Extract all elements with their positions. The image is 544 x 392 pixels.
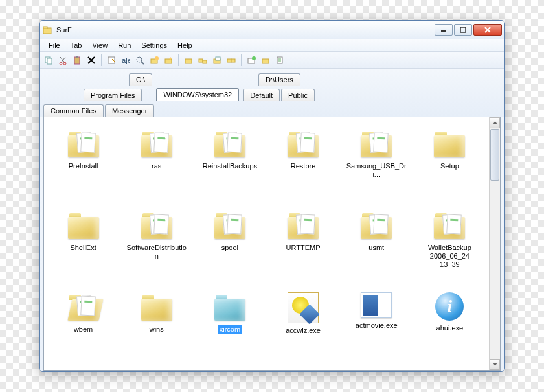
rename-icon[interactable]: a|e — [119, 54, 132, 67]
svg-rect-16 — [165, 59, 172, 63]
svg-rect-5 — [47, 58, 52, 64]
tab-program-files[interactable]: Program Files — [84, 89, 142, 101]
file-item[interactable]: Restore — [266, 124, 339, 205]
file-label: ras — [150, 161, 163, 171]
menu-help[interactable]: Help — [172, 40, 198, 51]
file-label: Restore — [289, 161, 318, 171]
app-window: SurF File Tab View Run Settings Help a|e — [39, 20, 505, 372]
scrollbar[interactable] — [489, 117, 500, 370]
file-label: ReinstallBackups — [201, 161, 259, 171]
folder-icon — [212, 292, 248, 322]
paste-icon[interactable] — [71, 54, 84, 67]
toolbar-separator — [101, 54, 102, 66]
file-label: PreInstall — [67, 161, 100, 171]
menu-tab[interactable]: Tab — [65, 40, 87, 51]
folder-icon — [139, 292, 175, 322]
scroll-thumb[interactable] — [490, 129, 499, 181]
toolbar-separator — [178, 54, 179, 66]
file-item[interactable]: URTTEMP — [266, 205, 339, 287]
file-label: ahui.exe — [435, 323, 466, 333]
svg-line-13 — [141, 62, 144, 64]
tab-windows-system32[interactable]: WINDOWS\system32 — [156, 88, 239, 101]
delete-icon[interactable] — [85, 54, 98, 67]
svg-rect-21 — [216, 57, 220, 60]
folder-icon — [65, 211, 102, 240]
favorites-icon[interactable] — [245, 54, 258, 67]
close-button[interactable] — [473, 24, 502, 36]
file-item[interactable]: SoftwareDistribution — [120, 205, 193, 287]
folder-icon — [431, 211, 468, 240]
minimize-button[interactable] — [435, 24, 453, 36]
file-item[interactable]: ras — [120, 124, 193, 205]
tab-row-1: Program Files WINDOWS\system32 Default P… — [43, 87, 501, 101]
toolbar-separator — [241, 54, 242, 66]
svg-point-25 — [252, 56, 256, 60]
menu-view[interactable]: View — [87, 40, 113, 51]
new-folder-icon[interactable] — [148, 54, 161, 67]
tab-d-users[interactable]: D:\Users — [258, 73, 300, 86]
file-item[interactable]: WalletBackup 2006_06_24 13_39 — [413, 205, 486, 287]
svg-rect-26 — [262, 59, 269, 63]
file-item[interactable]: xircom — [193, 287, 266, 369]
copy-path-icon[interactable] — [210, 54, 223, 67]
info-icon — [435, 292, 464, 321]
file-item[interactable]: ReinstallBackups — [193, 124, 266, 205]
file-item[interactable]: Samsung_USB_Dri... — [340, 124, 413, 205]
file-item[interactable]: ahui.exe — [413, 287, 486, 369]
properties-icon[interactable] — [105, 54, 118, 67]
file-item[interactable]: spool — [193, 205, 266, 287]
file-item[interactable]: wbem — [47, 287, 120, 369]
file-grid[interactable]: PreInstallrasReinstallBackupsRestoreSams… — [44, 117, 489, 370]
folder-icon — [212, 129, 248, 159]
menu-run[interactable]: Run — [113, 40, 136, 51]
file-label: wbem — [72, 325, 95, 334]
file-label: SoftwareDistribution — [124, 243, 189, 261]
titlebar[interactable]: SurF — [40, 21, 504, 39]
svg-rect-9 — [76, 56, 78, 58]
file-item[interactable]: usmt — [340, 205, 413, 287]
folder-icon — [358, 129, 394, 159]
scroll-down-button[interactable] — [490, 359, 500, 370]
maximize-button[interactable] — [454, 24, 472, 36]
svg-rect-22 — [227, 59, 231, 62]
file-item[interactable]: PreInstall — [47, 124, 120, 205]
file-label: xircom — [218, 325, 242, 334]
svg-rect-27 — [277, 57, 282, 63]
folder-icon — [431, 129, 468, 159]
file-label: accwiz.exe — [284, 326, 323, 336]
cut-icon[interactable] — [56, 54, 69, 67]
clipboard-icon[interactable] — [259, 54, 272, 67]
tab-default[interactable]: Default — [243, 89, 280, 101]
copy-icon[interactable] — [42, 54, 55, 67]
folder-icon — [212, 211, 248, 240]
tab-c-drive[interactable]: C:\ — [129, 73, 152, 86]
file-item[interactable]: actmovie.exe — [340, 287, 413, 369]
tab-messenger[interactable]: Messenger — [105, 104, 154, 117]
refresh-icon[interactable] — [225, 54, 238, 67]
tab-common-files[interactable]: Common Files — [43, 104, 104, 117]
tab-public[interactable]: Public — [281, 89, 315, 101]
file-label: actmovie.exe — [354, 321, 400, 330]
menu-settings[interactable]: Settings — [136, 40, 172, 51]
file-item[interactable]: Setup — [413, 124, 486, 205]
folder-icon — [65, 292, 102, 322]
scroll-up-button[interactable] — [490, 117, 500, 128]
folder-tree-icon[interactable] — [196, 54, 209, 67]
menu-file[interactable]: File — [43, 40, 65, 51]
file-item[interactable]: wins — [120, 287, 193, 369]
folder-up-icon[interactable] — [182, 54, 195, 67]
file-item[interactable]: ShellExt — [47, 205, 120, 287]
file-item[interactable]: accwiz.exe — [266, 287, 339, 369]
window-title: SurF — [56, 26, 433, 34]
search-icon[interactable] — [133, 54, 146, 67]
svg-rect-1 — [43, 27, 47, 29]
new-file-icon[interactable] — [162, 54, 175, 67]
folder-icon — [285, 129, 321, 159]
options-icon[interactable] — [273, 54, 286, 67]
file-label: Setup — [438, 161, 461, 171]
tab-row-2: Common Files Messenger — [43, 102, 501, 117]
svg-point-15 — [155, 56, 159, 60]
svg-rect-23 — [231, 59, 235, 62]
file-pane: PreInstallrasReinstallBackupsRestoreSams… — [43, 117, 501, 371]
file-label: usmt — [367, 243, 386, 253]
